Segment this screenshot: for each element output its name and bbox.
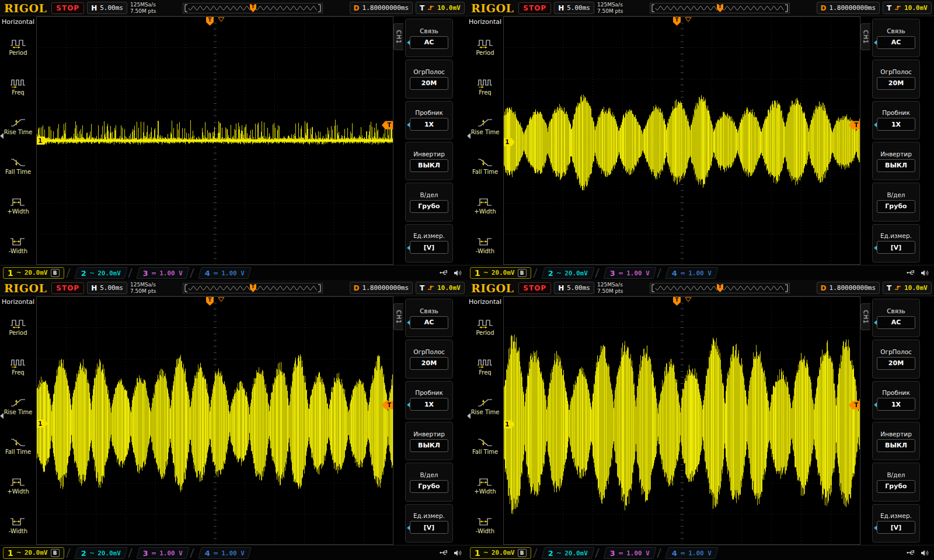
menu-group-value[interactable]: 20M — [877, 77, 915, 90]
channel4-status[interactable]: 4 = 1.00 V — [665, 547, 718, 559]
menu-group-coupling[interactable]: Связь AC — [872, 299, 920, 337]
menu-item-rise-time[interactable]: Rise Time — [0, 106, 36, 146]
menu-collapse-arrow-icon[interactable] — [467, 413, 471, 419]
menu-collapse-arrow-icon[interactable] — [0, 133, 4, 139]
waveform-position-strip[interactable] — [159, 283, 347, 293]
menu-collapse-arrow-icon[interactable] — [0, 413, 4, 419]
channel4-status[interactable]: 4 = 1.00 V — [198, 267, 251, 279]
menu-group-value[interactable]: [V] — [410, 521, 448, 534]
menu-collapse-arrow-icon[interactable] — [467, 133, 471, 139]
menu-group-value[interactable]: Грубо — [877, 200, 915, 213]
menu-group-value[interactable]: AC — [410, 36, 448, 49]
menu-group-value[interactable]: AC — [410, 316, 448, 329]
menu-item-fall-time[interactable]: Fall Time — [467, 146, 503, 186]
menu-item-freq[interactable]: Freq — [0, 346, 36, 386]
plus-width-icon — [9, 477, 27, 487]
menu-group-volts-div[interactable]: В/дел Грубо — [872, 183, 920, 221]
menu-group-probe[interactable]: Пробник 1X — [872, 381, 920, 419]
menu-item-period[interactable]: Period — [467, 307, 503, 346]
channel3-status[interactable]: 3 = 1.00 V — [603, 547, 656, 559]
menu-group-value[interactable]: AC — [877, 316, 915, 329]
menu-item-pos-width[interactable]: +Width — [467, 466, 503, 505]
menu-group-value[interactable]: Грубо — [410, 200, 448, 213]
menu-group-unit[interactable]: Ед.измер. [V] — [405, 224, 453, 262]
menu-group-invert[interactable]: Инвертир ВЫКЛ — [405, 142, 453, 180]
channel3-status[interactable]: 3 = 1.00 V — [136, 547, 189, 559]
menu-group-unit[interactable]: Ед.измер. [V] — [872, 504, 920, 542]
menu-group-value[interactable]: 1X — [877, 398, 915, 411]
menu-group-bw-limit[interactable]: ОгрПолос 20M — [405, 60, 453, 98]
menu-group-value[interactable]: [V] — [877, 241, 915, 254]
menu-group-coupling[interactable]: Связь AC — [405, 299, 453, 337]
menu-item-neg-width[interactable]: -Width — [0, 505, 36, 545]
menu-item-fall-time[interactable]: Fall Time — [467, 426, 503, 466]
menu-group-value[interactable]: Грубо — [877, 480, 915, 493]
menu-group-value[interactable]: 20M — [877, 357, 915, 370]
channel2-status[interactable]: 2 ~ 20.0mV — [541, 267, 594, 279]
menu-group-probe[interactable]: Пробник 1X — [405, 381, 453, 419]
menu-group-bw-limit[interactable]: ОгрПолос 20M — [872, 340, 920, 378]
menu-item-period[interactable]: Period — [467, 27, 503, 66]
channel3-status[interactable]: 3 = 1.00 V — [603, 267, 656, 279]
menu-item-pos-width[interactable]: +Width — [0, 186, 36, 225]
menu-group-value[interactable]: ВЫКЛ — [877, 159, 915, 172]
menu-item-freq[interactable]: Freq — [467, 346, 503, 386]
waveform-position-strip[interactable] — [159, 3, 347, 13]
menu-item-pos-width[interactable]: +Width — [467, 186, 503, 225]
channel2-status[interactable]: 2 ~ 20.0mV — [541, 547, 594, 559]
menu-item-freq[interactable]: Freq — [467, 66, 503, 106]
menu-group-bw-limit[interactable]: ОгрПолос 20M — [405, 340, 453, 378]
menu-item-label: Rise Time — [4, 129, 33, 135]
channel1-status[interactable]: 1 ~ 20.0mV B — [470, 547, 531, 559]
menu-group-unit[interactable]: Ед.измер. [V] — [405, 504, 453, 542]
menu-group-volts-div[interactable]: В/дел Грубо — [405, 463, 453, 501]
menu-group-value[interactable]: 20M — [410, 77, 448, 90]
channel3-status[interactable]: 3 = 1.00 V — [136, 267, 189, 279]
menu-item-rise-time[interactable]: Rise Time — [467, 106, 503, 146]
menu-group-value[interactable]: 1X — [410, 398, 448, 411]
menu-item-pos-width[interactable]: +Width — [0, 466, 36, 505]
menu-group-volts-div[interactable]: В/дел Грубо — [405, 183, 453, 221]
menu-item-rise-time[interactable]: Rise Time — [0, 386, 36, 426]
waveform-position-strip[interactable] — [626, 3, 814, 13]
menu-item-label: Fall Time — [472, 169, 498, 175]
menu-group-coupling[interactable]: Связь AC — [405, 19, 453, 57]
menu-item-fall-time[interactable]: Fall Time — [0, 426, 36, 466]
waveform-position-strip[interactable] — [626, 283, 814, 293]
channel1-status[interactable]: 1 ~ 20.0mV B — [470, 267, 531, 279]
menu-item-period[interactable]: Period — [0, 307, 36, 346]
menu-item-freq[interactable]: Freq — [0, 66, 36, 106]
rise-time-icon — [9, 397, 27, 408]
menu-group-probe[interactable]: Пробник 1X — [405, 101, 453, 139]
menu-group-value[interactable]: ВЫКЛ — [410, 159, 448, 172]
menu-group-unit[interactable]: Ед.измер. [V] — [872, 224, 920, 262]
channel2-status[interactable]: 2 ~ 20.0mV — [74, 267, 127, 279]
menu-item-neg-width[interactable]: -Width — [467, 225, 503, 265]
menu-group-invert[interactable]: Инвертир ВЫКЛ — [405, 422, 453, 460]
menu-group-volts-div[interactable]: В/дел Грубо — [872, 463, 920, 501]
menu-group-value[interactable]: 1X — [410, 118, 448, 131]
menu-item-rise-time[interactable]: Rise Time — [467, 386, 503, 426]
menu-item-neg-width[interactable]: -Width — [0, 225, 36, 265]
channel1-status[interactable]: 1 ~ 20.0mV B — [3, 547, 64, 559]
menu-item-fall-time[interactable]: Fall Time — [0, 146, 36, 186]
menu-group-value[interactable]: 20M — [410, 357, 448, 370]
channel2-status[interactable]: 2 ~ 20.0mV — [74, 547, 127, 559]
menu-group-value[interactable]: [V] — [410, 241, 448, 254]
menu-group-value[interactable]: [V] — [877, 521, 915, 534]
channel4-status[interactable]: 4 = 1.00 V — [198, 547, 251, 559]
menu-group-value[interactable]: Грубо — [410, 480, 448, 493]
menu-group-coupling[interactable]: Связь AC — [872, 19, 920, 57]
menu-group-invert[interactable]: Инвертир ВЫКЛ — [872, 142, 920, 180]
menu-group-value[interactable]: ВЫКЛ — [410, 439, 448, 452]
menu-group-bw-limit[interactable]: ОгрПолос 20M — [872, 60, 920, 98]
channel4-status[interactable]: 4 = 1.00 V — [665, 267, 718, 279]
menu-item-period[interactable]: Period — [0, 27, 36, 66]
menu-group-value[interactable]: 1X — [877, 118, 915, 131]
menu-group-probe[interactable]: Пробник 1X — [872, 101, 920, 139]
menu-item-neg-width[interactable]: -Width — [467, 505, 503, 545]
channel1-status[interactable]: 1 ~ 20.0mV B — [3, 267, 64, 279]
menu-group-value[interactable]: AC — [877, 36, 915, 49]
menu-group-value[interactable]: ВЫКЛ — [877, 439, 915, 452]
menu-group-invert[interactable]: Инвертир ВЫКЛ — [872, 422, 920, 460]
